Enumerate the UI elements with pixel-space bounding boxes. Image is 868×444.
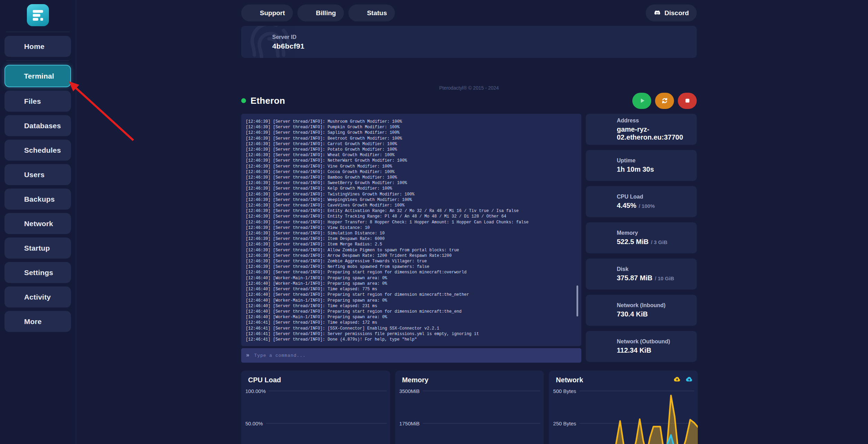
- memory-chart: Memory 3500MiB 1750MiB: [395, 371, 544, 444]
- console-log-line: [12:46:40] [Worker-Main-1/INFO]: Prepari…: [246, 314, 576, 320]
- topbar-links: Support Billing Status: [241, 4, 395, 21]
- copyright-note: Pterodactyl® © 2015 - 2024: [241, 85, 697, 91]
- start-button[interactable]: [632, 93, 651, 109]
- console-output[interactable]: [12:46:39] [Server thread/INFO]: Mushroo…: [241, 114, 581, 346]
- chart-title: Network: [556, 376, 583, 384]
- console-log-line: [12:46:39] [Server thread/INFO]: Wheat G…: [246, 152, 576, 158]
- console-log-line: [12:46:39] [Server thread/INFO]: Pumpkin…: [246, 124, 576, 130]
- restart-button[interactable]: [655, 93, 674, 109]
- console-log-line: [12:46:39] [Server thread/INFO]: CaveVin…: [246, 203, 576, 208]
- sidebar-divider: [6, 32, 70, 32]
- console-log-line: [12:46:40] [Server thread/INFO]: Time el…: [246, 303, 576, 309]
- console-log-line: [12:46:39] [Server thread/INFO]: Kelp Gr…: [246, 186, 576, 191]
- console-log-line: [12:46:39] [Server thread/INFO]: NetherW…: [246, 158, 576, 163]
- console-log-line: [12:46:39] [Server thread/INFO]: Simulat…: [246, 231, 576, 236]
- pterodactyl-panel: Home Terminal Files: [0, 0, 868, 444]
- console-log-line: [12:46:39] [Server thread/INFO]: Twistin…: [246, 192, 576, 197]
- console-log-line: [12:46:39] [Server thread/INFO]: Cocoa G…: [246, 169, 576, 175]
- console-log-line: [12:46:39] [Server thread/INFO]: Entity …: [246, 208, 576, 214]
- status-dot: [241, 98, 246, 103]
- console-log-line: [12:46:40] [Worker-Main-1/INFO]: Prepari…: [246, 275, 576, 281]
- app-logo[interactable]: [27, 4, 49, 26]
- server-id-banner: Server ID 4b6bcf91: [241, 26, 697, 58]
- console-log-line: [12:46:40] [Server thread/INFO]: Prepari…: [246, 309, 576, 314]
- play-icon: [638, 97, 646, 105]
- console-log-line: [12:46:39] [Server thread/INFO]: Carrot …: [246, 141, 576, 147]
- power-controls: [632, 93, 697, 109]
- console-log-line: [12:46:39] [Server thread/INFO]: View Di…: [246, 225, 576, 231]
- console-log-line: [12:46:39] [Server thread/INFO]: Sapling…: [246, 130, 576, 135]
- server-name: Etheron: [251, 95, 285, 106]
- console-scrollbar[interactable]: [576, 285, 578, 316]
- console-log-line: [12:46:39] [Server thread/INFO]: Arrow D…: [246, 253, 576, 259]
- console-log-line: [12:46:39] [Server thread/INFO]: Entity …: [246, 214, 576, 219]
- console-log: [12:46:39] [Server thread/INFO]: Mushroo…: [241, 114, 581, 342]
- command-input[interactable]: [254, 353, 576, 359]
- server-header: Etheron: [241, 92, 697, 110]
- server-id-label: Server ID: [272, 34, 304, 40]
- inbound-legend-icon[interactable]: [673, 375, 681, 383]
- console-log-line: [12:46:39] [Server thread/INFO]: Beetroo…: [246, 136, 576, 141]
- sidebar: Home Terminal Files: [0, 0, 76, 444]
- console-log-line: [12:46:39] [Server thread/INFO]: Hopper …: [246, 220, 576, 225]
- console-log-line: [12:46:39] [Server thread/INFO]: Weeping…: [246, 197, 576, 203]
- console-log-line: [12:46:39] [Server thread/INFO]: Nerfing…: [246, 264, 576, 270]
- sidebar-nav: Home Terminal Files: [4, 36, 71, 335]
- network-legend: [673, 375, 693, 383]
- network-chart: Network 500 Bytes 250 Bytes: [549, 371, 698, 444]
- stop-icon: [683, 97, 692, 105]
- console-log-line: [12:46:41] [Server thread/INFO]: Server …: [246, 331, 576, 337]
- console-log-line: [12:46:39] [Server thread/INFO]: Potato …: [246, 147, 576, 152]
- chart-title: Memory: [402, 376, 429, 384]
- console-log-line: [12:46:39] [Server thread/INFO]: Vine Gr…: [246, 164, 576, 169]
- console-log-line: [12:46:39] [Server thread/INFO]: Allow Z…: [246, 248, 576, 253]
- console-log-line: [12:46:41] [Server thread/INFO]: [SSX-Co…: [246, 326, 576, 331]
- stop-button[interactable]: [678, 93, 697, 109]
- server-id-value: 4b6bcf91: [272, 42, 304, 50]
- console-log-line: [12:46:40] [Worker-Main-1/INFO]: Prepari…: [246, 298, 576, 303]
- console-log-line: [12:46:39] [Server thread/INFO]: Item Me…: [246, 242, 576, 247]
- console-log-line: [12:46:39] [Server thread/INFO]: Item De…: [246, 236, 576, 242]
- command-bar: »: [241, 348, 581, 363]
- console-log-line: [12:46:39] [Server thread/INFO]: Mushroo…: [246, 119, 576, 124]
- console-log-line: [12:46:39] [Server thread/INFO]: Bamboo …: [246, 175, 576, 180]
- console-log-line: [12:46:40] [Server thread/INFO]: Time el…: [246, 286, 576, 292]
- console-section: [12:46:39] [Server thread/INFO]: Mushroo…: [241, 114, 581, 363]
- discord-button[interactable]: Discord: [646, 4, 697, 21]
- logo-letter-e: [31, 8, 45, 22]
- stats-column: Address game-ryz-02.etheron.eu:37700 Upt…: [586, 114, 697, 362]
- console-log-line: [12:46:40] [Server thread/INFO]: Prepari…: [246, 292, 576, 297]
- console-log-line: [12:46:39] [Server thread/INFO]: Prepari…: [246, 270, 576, 275]
- command-prompt-icon: »: [246, 352, 249, 359]
- outbound-legend-icon[interactable]: [685, 375, 693, 383]
- console-log-line: [12:46:39] [Server thread/INFO]: SweetBe…: [246, 180, 576, 186]
- console-log-line: [12:46:41] [Server thread/INFO]: Done (4…: [246, 337, 576, 342]
- restart-icon: [661, 97, 669, 105]
- sidebar-divider: [6, 60, 69, 61]
- chart-title: CPU Load: [248, 376, 281, 384]
- console-log-line: [12:46:40] [Worker-Main-1/INFO]: Prepari…: [246, 281, 576, 286]
- charts-row: CPU Load 100.00% 50.00% Memory 3500MiB 1…: [241, 371, 698, 444]
- discord-icon: [654, 9, 661, 17]
- cpu-load-chart: CPU Load 100.00% 50.00%: [241, 371, 390, 444]
- console-log-line: [12:46:39] [Server thread/INFO]: Zombie …: [246, 259, 576, 264]
- console-log-line: [12:46:41] [Server thread/INFO]: Time el…: [246, 320, 576, 325]
